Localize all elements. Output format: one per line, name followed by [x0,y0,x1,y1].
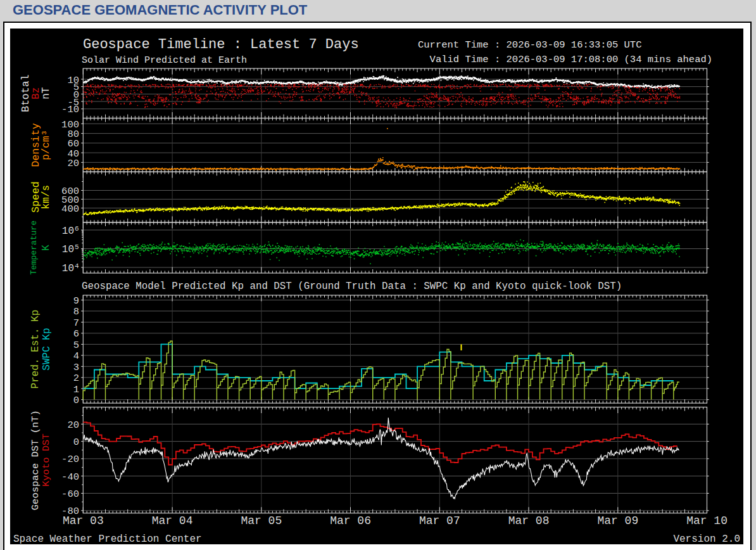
svg-text:10: 10 [62,226,74,237]
svg-text:20: 20 [67,158,79,169]
svg-text:Space Weather Prediction Cente: Space Weather Prediction Center [13,534,202,544]
svg-text:0: 0 [73,437,79,448]
svg-text:Current Time : 2026-03-09 16:3: Current Time : 2026-03-09 16:33:05 UTC [418,39,641,51]
svg-text:20: 20 [67,419,79,431]
svg-text:Mar 08: Mar 08 [508,515,550,527]
svg-text:10: 10 [62,263,74,274]
svg-text:6: 6 [75,225,79,233]
svg-text:p/cm³: p/cm³ [41,130,52,160]
svg-text:Mar 07: Mar 07 [419,515,460,527]
svg-text:10: 10 [62,244,74,255]
svg-text:6: 6 [73,328,79,340]
svg-text:Mar 06: Mar 06 [330,515,371,527]
svg-text:9: 9 [73,295,79,307]
svg-text:Version 2.0: Version 2.0 [673,534,740,544]
svg-text:4: 4 [75,262,79,270]
svg-text:K: K [41,245,52,251]
svg-text:3: 3 [73,362,79,373]
svg-text:-20: -20 [61,454,79,465]
svg-text:7: 7 [73,317,79,329]
svg-text:1: 1 [73,384,79,395]
svg-text:-40: -40 [61,471,79,483]
svg-text:Solar Wind Predicted at Earth: Solar Wind Predicted at Earth [82,55,247,66]
svg-text:Geospace Model Predicted Kp an: Geospace Model Predicted Kp and DST (Gro… [82,281,622,292]
svg-text:Mar 10: Mar 10 [686,515,728,527]
svg-text:5: 5 [73,340,79,351]
svg-text:Geospace DST (nT): Geospace DST (nT) [30,410,41,510]
svg-text:Valid Time : 2026-03-09 17:08:: Valid Time : 2026-03-09 17:08:00 (34 min… [418,54,712,65]
svg-text:SWPC Kp: SWPC Kp [41,328,53,370]
svg-text:Mar 05: Mar 05 [241,515,282,527]
svg-text:Mar 09: Mar 09 [597,515,638,527]
svg-text:-60: -60 [61,489,79,500]
svg-text:Pred. Est. Kp: Pred. Est. Kp [30,310,41,389]
svg-text:-10: -10 [61,104,79,115]
svg-text:400: 400 [61,203,79,215]
svg-text:4: 4 [73,350,79,362]
svg-text:Geospace Timeline : Latest 7 D: Geospace Timeline : Latest 7 Days [83,37,359,53]
svg-text:km/s: km/s [41,185,52,209]
svg-text:5: 5 [75,243,79,251]
svg-text:Mar 03: Mar 03 [63,515,104,527]
svg-text:Mar 04: Mar 04 [152,515,193,527]
svg-text:nT: nT [41,87,52,99]
svg-text:0: 0 [73,395,79,406]
svg-text:Temperature: Temperature [29,221,39,275]
svg-text:8: 8 [73,306,79,317]
svg-text:Kyoto DST: Kyoto DST [41,433,52,487]
svg-text:2: 2 [73,373,79,384]
